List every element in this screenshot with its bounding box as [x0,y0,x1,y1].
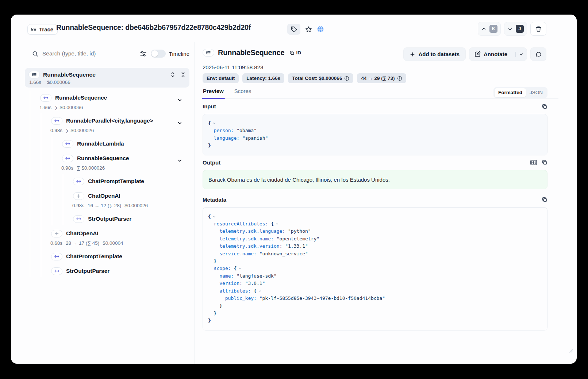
root-duration: 1.66s [29,80,41,85]
tree-item[interactable]: RunnableSequence0.98s∑ $0.000026 [62,153,195,172]
trace-type-icon [203,49,214,57]
trace-tree-sidebar: Timeline RunnableSequence 1.66s [11,42,195,364]
span-icon [73,178,84,185]
tree-item-metric: 0.98s [72,203,84,208]
tree-item-row[interactable]: RunnableSequence [62,153,195,163]
tree-item-row[interactable]: RunnableParallel<city,language> [51,116,195,126]
tree-item-metric: ∑ $0.000066 [55,105,83,110]
resize-handle-icon[interactable] [568,348,573,353]
metadata-json-block: {resourceAttributes: {telemetry.sdk.lang… [203,207,547,330]
annotate-dropdown-chevron[interactable] [515,52,527,57]
chevron-down-icon[interactable] [177,97,182,103]
timeline-toggle-label: Timeline [169,51,189,57]
json-line: { [208,213,542,220]
json-value: "python" [288,228,311,234]
tag-button[interactable] [287,24,300,35]
tree-item[interactable]: ChatOpenAI0.98s16 → 12 (∑ 28)$0.000026 [73,191,195,209]
json-line: service.name: "unknown_service" [208,250,542,258]
info-icon[interactable] [344,76,349,81]
trace-metric-badges: Env: defaultLatency: 1.66sTotal Cost: $0… [203,73,406,83]
metric-badge-label: Latency: 1.66s [246,76,280,81]
tree-item[interactable]: StrOutputParser [51,266,195,276]
json-line: language: "spanish" [208,135,542,142]
collapse-chevron-icon[interactable] [238,267,242,270]
add-to-datasets-button[interactable]: Add to datasets [403,47,466,61]
public-globe-icon[interactable] [317,26,324,33]
timeline-toggle[interactable] [151,50,166,58]
tree-item-row[interactable]: RunnableLambda [62,139,195,149]
json-line: resourceAttributes: { [208,220,542,228]
metadata-section-heading: Metadata [203,197,547,203]
copy-input-icon[interactable] [542,104,547,109]
search-input[interactable] [42,50,118,57]
tree-item[interactable]: StrOutputParser [73,214,195,224]
chevron-down-icon[interactable] [177,120,182,126]
json-value: "opentelemetry" [277,236,319,241]
span-icon [40,94,51,102]
tab-preview[interactable]: Preview [203,87,224,98]
shortcut-key-j: J [516,25,524,33]
annotate-button[interactable]: Annotate [469,51,512,57]
tree-root-name: RunnableSequence [43,71,96,78]
chevron-down-icon[interactable] [177,158,182,163]
tree-root-card[interactable]: RunnableSequence 1.66s $0.000066 [25,68,189,88]
copy-metadata-icon[interactable] [542,197,547,202]
tree-item-name: RunnableSequence [77,155,129,162]
json-value: "unknown_service" [260,251,308,256]
collapse-chevron-icon[interactable] [258,289,262,293]
markdown-toggle-icon[interactable] [530,160,537,165]
json-value: "langfuse-sdk" [237,273,277,279]
next-trace-button[interactable]: J [504,22,527,36]
search-icon [32,51,38,57]
collapse-all-icon[interactable] [180,72,186,77]
root-cost: $0.000066 [47,80,70,85]
info-icon[interactable] [397,76,402,81]
format-option-json[interactable]: JSON [526,88,546,97]
tree-item-row[interactable]: ChatPromptTemplate [51,251,195,262]
metric-badge-label: Total Cost: $0.000066 [292,76,342,81]
collapse-chevron-icon[interactable] [212,215,216,218]
tree-settings-icon[interactable] [140,50,147,57]
tree-item-metric: 0.98s [50,128,62,133]
json-key: telemetry.sdk.language: [219,228,288,234]
collapse-chevron-icon[interactable] [275,222,279,226]
tab-scores[interactable]: Scores [234,87,252,98]
tree-item-row[interactable]: ChatOpenAI [73,191,195,201]
tree-item-name: RunnableSequence [55,94,107,101]
bookmark-star-icon[interactable] [305,26,312,33]
copy-output-icon[interactable] [542,159,547,165]
tree-item-row[interactable]: StrOutputParser [73,214,195,224]
tree-item[interactable]: ChatPromptTemplate [73,176,195,186]
json-value: "spanish" [242,135,268,141]
json-line: } [208,302,542,310]
json-value: "3.0.1" [245,281,265,286]
tree-item[interactable]: ChatOpenAI0.68s28 → 17 (∑ 45)$0.00004 [51,228,195,247]
json-line: telemetry.sdk.version: "1.33.1" [208,243,542,250]
format-option-formatted[interactable]: Formatted [495,88,526,97]
expand-all-icon[interactable] [170,72,176,77]
json-key: version: [219,281,245,286]
tree-item[interactable]: ChatPromptTemplate [51,251,195,262]
comments-button[interactable] [530,47,546,61]
tree-item-row[interactable]: StrOutputParser [51,266,195,276]
delete-trace-button[interactable] [530,22,546,36]
collapse-chevron-icon[interactable] [212,121,216,125]
tree-item-metric: ∑ $0.000026 [66,128,94,133]
tree-item-row[interactable]: ChatPromptTemplate [73,176,195,186]
tree-item-row[interactable]: RunnableSequence [40,93,195,103]
input-section-heading: Input [203,103,547,109]
tree-item[interactable]: RunnableSequence1.66s∑ $0.000066 [40,93,195,111]
tree-item-row[interactable]: ChatOpenAI [51,228,195,239]
json-line: public_key: "pk-lf-5855d85e-3943-497e-bd… [208,295,542,302]
tree-item-metrics: 0.98s16 → 12 (∑ 28)$0.000026 [72,201,195,209]
toggle-knob [151,50,158,57]
trace-root-icon [28,71,40,78]
json-value: "1.33.1" [285,243,308,249]
json-brace: { [271,221,274,227]
metric-badge: Latency: 1.66s [242,73,284,83]
copy-id-button[interactable]: ID [289,50,301,55]
prev-trace-button[interactable]: K [478,22,501,36]
preview-tabs: PreviewScores FormattedJSON [203,87,558,98]
tree-item[interactable]: RunnableLambda [62,139,195,149]
tree-item[interactable]: RunnableParallel<city,language>0.98s∑ $0… [51,116,195,134]
